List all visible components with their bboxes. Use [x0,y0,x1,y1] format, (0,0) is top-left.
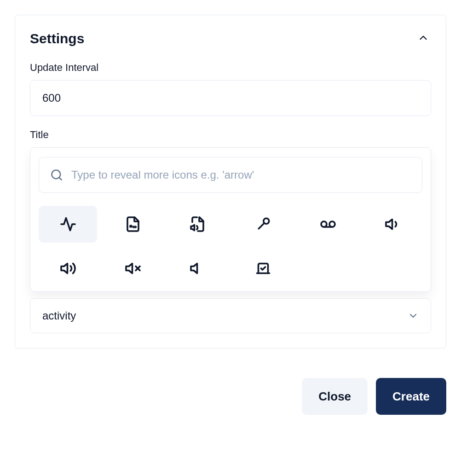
icon-picker [30,147,431,292]
update-interval-input[interactable] [30,80,431,116]
icon-option-volume[interactable] [169,250,227,287]
icon-option-volume-x[interactable] [104,250,162,287]
file-volume-icon [190,216,206,232]
icon-option-cast-check[interactable] [234,250,292,287]
icon-option-file-audio[interactable] [104,206,162,243]
svg-point-2 [135,226,136,227]
cast-check-icon [255,260,271,277]
update-interval-label: Update Interval [30,62,431,74]
title-select-value: activity [42,309,76,322]
chevron-down-icon [408,310,419,321]
settings-panel: Settings Update Interval Title [15,15,446,348]
update-interval-field: Update Interval [30,62,431,116]
icon-picker-wrapper: activity [30,147,431,333]
icon-option-mic[interactable] [234,206,292,243]
title-field: Title [30,129,431,333]
svg-marker-7 [386,220,392,229]
icon-option-activity[interactable] [39,206,97,243]
search-icon [50,168,63,181]
title-label: Title [30,129,431,141]
volume-low-icon [385,216,401,232]
icon-option-file-volume[interactable] [169,206,227,243]
title-select[interactable]: activity [30,298,431,333]
voicemail-icon [320,216,336,232]
volume-high-icon [60,260,76,277]
icon-search-row [39,157,422,193]
close-button[interactable]: Close [302,378,368,415]
create-button[interactable]: Create [376,378,446,415]
chevron-up-icon [417,32,429,44]
settings-header: Settings [30,30,431,47]
mic-icon [255,216,271,232]
icon-grid [39,206,422,287]
collapse-toggle[interactable] [415,30,431,47]
dialog-footer: Close Create [15,378,446,415]
svg-marker-9 [126,264,133,273]
settings-title: Settings [30,31,84,46]
icon-option-volume-high[interactable] [39,250,97,287]
icon-option-volume-low[interactable] [364,206,422,243]
svg-marker-8 [61,264,68,273]
file-audio-icon [125,216,141,232]
svg-marker-12 [191,264,197,273]
icon-option-voicemail[interactable] [299,206,357,243]
volume-icon [190,260,206,277]
volume-x-icon [125,260,141,277]
activity-icon [60,216,76,232]
icon-search-input[interactable] [71,168,411,181]
svg-point-1 [133,226,134,227]
